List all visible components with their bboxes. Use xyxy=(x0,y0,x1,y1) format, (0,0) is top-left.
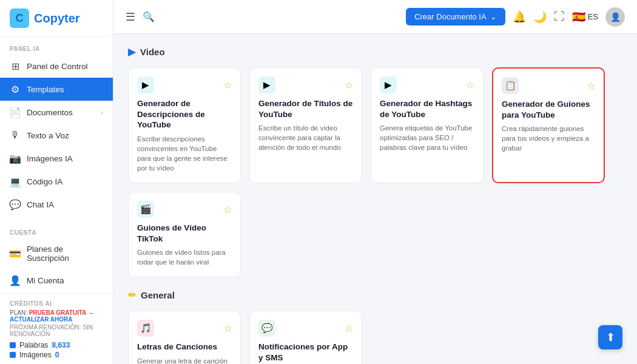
code-icon: 💻 xyxy=(10,176,21,187)
credits-label: CRÉDITOS AI xyxy=(10,300,103,307)
logo-box: C xyxy=(10,8,29,28)
palabras-dot xyxy=(10,342,16,348)
star-icon[interactable]: ☆ xyxy=(223,79,232,91)
main-area: ☰ 🔍 Crear Documento IA ⌄ 🔔 🌙 ⛶ 🇪🇸 ES 👤 ▶… xyxy=(113,0,637,364)
chat-icon: 💬 xyxy=(10,199,21,210)
sidebar-item-codigo-ia[interactable]: 💻 Código IA xyxy=(0,170,113,193)
language-selector[interactable]: 🇪🇸 ES xyxy=(572,10,598,24)
menu-icon[interactable]: ☰ xyxy=(126,10,135,24)
sidebar-item-label: Imágenes IA xyxy=(27,154,73,163)
video-clap-icon: 🎬 xyxy=(137,201,154,218)
card-header: 📋 ☆ xyxy=(502,77,595,94)
avatar[interactable]: 👤 xyxy=(605,7,625,27)
sidebar-item-label: Mi Cuenta xyxy=(27,276,64,285)
palabras-count: 8,633 xyxy=(52,341,70,349)
topbar-left: ☰ 🔍 xyxy=(126,10,155,24)
lang-code: ES xyxy=(588,12,598,21)
user-icon: 👤 xyxy=(10,275,21,286)
sidebar-item-label: Documentos xyxy=(27,108,73,117)
card-gen-guiones-yt[interactable]: 📋 ☆ Generador de Guiones para YouTube Cr… xyxy=(492,67,605,183)
sidebar-item-documentos[interactable]: 📄 Documentos › xyxy=(0,101,113,124)
card-gen-titulos-yt[interactable]: ▶ ☆ Generador de Títulos de YouTube Escr… xyxy=(249,67,362,183)
cuenta-section-label: CUENTA xyxy=(0,221,113,238)
topbar-right: Crear Documento IA ⌄ 🔔 🌙 ⛶ 🇪🇸 ES 👤 xyxy=(406,7,625,27)
sidebar: C Copyter PANEL IA ⊞ Panel de Control ⚙ … xyxy=(0,0,113,364)
card-desc: Escribe descripciones convincentes en Yo… xyxy=(137,134,232,173)
grid-icon: ⊞ xyxy=(10,61,21,72)
sidebar-item-chat-ia[interactable]: 💬 Chat IA xyxy=(0,193,113,216)
sidebar-item-templates[interactable]: ⚙ Templates xyxy=(0,78,113,101)
star-icon[interactable]: ☆ xyxy=(345,79,353,91)
create-btn-label: Crear Documento IA xyxy=(414,12,487,21)
sidebar-item-panel-control[interactable]: ⊞ Panel de Control xyxy=(0,55,113,78)
star-icon[interactable]: ☆ xyxy=(345,323,353,334)
general-section-heading: ✏ General xyxy=(128,289,622,301)
chevron-right-icon: › xyxy=(101,109,103,116)
sidebar-item-mi-cuenta[interactable]: 👤 Mi Cuenta xyxy=(0,269,113,292)
scroll-top-button[interactable]: ⬆ xyxy=(598,325,622,349)
card-header: 💬 ☆ xyxy=(258,320,353,337)
flag-icon: 🇪🇸 xyxy=(572,10,585,24)
sidebar-item-label: Chat IA xyxy=(27,200,54,209)
card-header: ▶ ☆ xyxy=(137,76,232,93)
sidebar-item-imagenes-ia[interactable]: 📷 Imágenes IA xyxy=(0,147,113,170)
plan-info: PLAN: PRUEBA GRATUITA – ACTUALIZAR AHORA xyxy=(10,309,103,323)
card-header: ▶ ☆ xyxy=(258,76,353,93)
sidebar-item-texto-voz[interactable]: 🎙 Texto a Voz xyxy=(0,124,113,147)
star-icon[interactable]: ☆ xyxy=(223,204,232,215)
card-gen-desc-yt[interactable]: ▶ ☆ Generador de Descripciones de YouTub… xyxy=(128,67,241,183)
imagenes-dot xyxy=(10,352,16,358)
logo-area: C Copyter xyxy=(0,0,113,37)
imagenes-count: 0 xyxy=(55,351,59,359)
card-title: Notificaciones por App y SMS xyxy=(258,342,353,363)
plan-upgrade-link[interactable]: ACTUALIZAR AHORA xyxy=(10,316,73,323)
star-icon[interactable]: ☆ xyxy=(466,79,474,91)
sidebar-item-label: Panel de Control xyxy=(27,62,88,71)
sidebar-item-label: Templates xyxy=(27,85,64,94)
camera-icon: 📷 xyxy=(10,153,21,164)
sidebar-item-label: Texto a Voz xyxy=(27,131,69,140)
card-header: 🎵 ☆ xyxy=(137,320,232,337)
imagenes-credit-row: Imágenes 0 xyxy=(10,351,103,359)
card-icon: 💳 xyxy=(10,248,21,259)
video-cards-grid: ▶ ☆ Generador de Descripciones de YouTub… xyxy=(128,67,622,277)
general-section-label: General xyxy=(141,290,175,300)
sms-icon: 💬 xyxy=(258,320,275,337)
credits-section: CRÉDITOS AI PLAN: PRUEBA GRATUITA – ACTU… xyxy=(0,294,113,364)
gear-icon: ⚙ xyxy=(10,84,21,95)
video-icon: ▶ xyxy=(258,76,275,93)
palabras-label: Palabras xyxy=(19,341,48,349)
imagenes-label: Imágenes xyxy=(19,351,52,359)
general-cards-grid: 🎵 ☆ Letras de Canciones Generar una letr… xyxy=(128,311,622,364)
card-notif-app-sms[interactable]: 💬 ☆ Notificaciones por App y SMS Mensaje… xyxy=(249,311,362,364)
card-title: Generador de Títulos de YouTube xyxy=(258,98,353,120)
card-desc: Genera etiquetas de YouTube optimizadas … xyxy=(380,123,474,152)
card-title: Generador de Hashtags de YouTube xyxy=(380,98,474,120)
star-icon[interactable]: ☆ xyxy=(223,323,232,334)
card-letras-canciones[interactable]: 🎵 ☆ Letras de Canciones Generar una letr… xyxy=(128,311,241,364)
card-guiones-tiktok[interactable]: 🎬 ☆ Guiones de Vídeo TikTok Guiones de v… xyxy=(128,192,241,277)
plan-free-badge[interactable]: PRUEBA GRATUITA xyxy=(29,309,87,316)
card-gen-hashtags-yt[interactable]: ▶ ☆ Generador de Hashtags de YouTube Gen… xyxy=(371,67,484,183)
sidebar-item-planes[interactable]: 💳 Planes de Suscripción xyxy=(0,238,113,269)
card-title: Guiones de Vídeo TikTok xyxy=(137,223,232,244)
video-icon: ▶ xyxy=(137,76,154,93)
card-title: Generador de Descripciones de YouTube xyxy=(137,98,232,130)
chevron-down-icon: ⌄ xyxy=(490,12,497,21)
expand-icon[interactable]: ⛶ xyxy=(554,10,565,23)
card-desc: Escribe un título de vídeo convincente p… xyxy=(258,123,353,152)
renewal-info: PRÓXIMA RENOVACIÓN: SIN RENOVACIÓN xyxy=(10,324,103,337)
document-icon: 📄 xyxy=(10,107,21,118)
create-document-button[interactable]: Crear Documento IA ⌄ xyxy=(406,8,505,25)
star-icon[interactable]: ☆ xyxy=(587,80,595,92)
moon-icon[interactable]: 🌙 xyxy=(533,10,547,24)
bell-icon[interactable]: 🔔 xyxy=(513,10,526,24)
logo-name: Copyter xyxy=(34,12,80,25)
palabras-credit-row: Palabras 8,633 xyxy=(10,341,103,349)
music-icon: 🎵 xyxy=(137,320,154,337)
video-section-icon: ▶ xyxy=(128,46,135,58)
card-header: ▶ ☆ xyxy=(380,76,474,93)
sidebar-item-label: Código IA xyxy=(27,177,62,186)
search-icon[interactable]: 🔍 xyxy=(143,11,155,22)
mic-icon: 🎙 xyxy=(10,130,21,141)
